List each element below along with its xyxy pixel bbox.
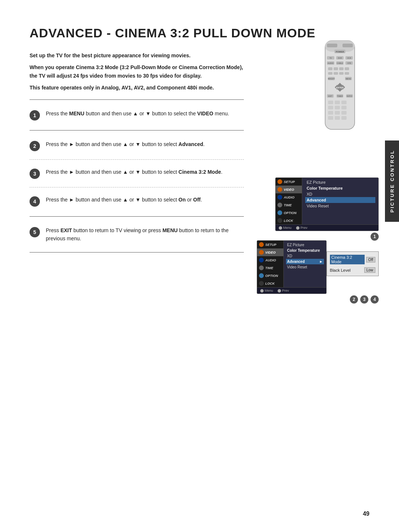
svg-text:POWER: POWER xyxy=(336,51,344,53)
intro-para1: Set up the TV for the best picture appea… xyxy=(30,51,244,60)
menu2-right-ct: Color Temperature xyxy=(286,248,324,253)
divider-2 xyxy=(30,159,244,160)
svg-rect-25 xyxy=(345,72,349,75)
svg-text:VCR: VCR xyxy=(347,57,351,59)
divider-5 xyxy=(30,252,244,253)
svg-rect-44 xyxy=(341,101,347,104)
step-row-5: 5 Press EXIT button to return to TV view… xyxy=(30,223,244,246)
sub-cinema-mode-value: Off xyxy=(366,257,375,262)
menu2-left-audio: AUDIO xyxy=(265,258,276,262)
svg-text:CABLE: CABLE xyxy=(337,62,343,64)
svg-text:TV: TV xyxy=(330,57,332,59)
step-circle-3: 3 xyxy=(30,169,40,179)
svg-rect-43 xyxy=(335,101,340,104)
menu2-right-vr: Video Reset xyxy=(286,264,324,270)
remote-svg: POWER TV DVR VCR AUDIO CABLE STB xyxy=(316,37,364,133)
step-row-2: 2 Press the ► button and then use ▲ or ▼… xyxy=(30,137,244,154)
page-number: 49 xyxy=(363,511,369,517)
svg-rect-45 xyxy=(328,106,333,109)
menu1-right-ez: EZ Picture xyxy=(305,179,375,185)
step-row-4: 4 Press the ► button and then use ▲ or ▼… xyxy=(30,193,244,210)
menu2-left-lock: LOCK xyxy=(265,282,275,285)
step-row-1: 1 Press the MENU button and then use ▲ o… xyxy=(30,106,244,123)
page-container: PICTURE CONTROL ADVANCED - CINEMA 3:2 PU… xyxy=(0,0,399,532)
sub-cinema-mode-label: Cinema 3:2 Mode xyxy=(330,255,365,264)
menu2-left-option: OPTION xyxy=(265,274,278,278)
badge-3: 3 xyxy=(360,295,368,304)
side-tab-text: PICTURE CONTROL xyxy=(389,150,395,213)
sub-black-level-label: Black Level xyxy=(330,268,351,272)
remote-illustration: POWER TV DVR VCR AUDIO CABLE STB xyxy=(316,37,364,135)
menu1-left-time: TIME xyxy=(284,203,292,207)
svg-rect-21 xyxy=(345,67,349,70)
menu-screen-2-container: SETUP VIDEO AUDIO TIME xyxy=(257,240,379,304)
step-text-5: Press EXIT button to return to TV viewin… xyxy=(46,226,244,243)
sub-panel: Cinema 3:2 Mode Off Black Level Low xyxy=(327,251,379,276)
svg-rect-49 xyxy=(335,111,340,115)
menu2-right-ez: EZ Picture xyxy=(286,242,324,248)
svg-text:DVR: DVR xyxy=(338,57,342,59)
svg-rect-53 xyxy=(341,116,347,120)
menu1-right-vr: Video Reset xyxy=(305,203,375,209)
svg-rect-42 xyxy=(328,101,333,104)
svg-text:ENTER: ENTER xyxy=(336,87,344,89)
divider-top xyxy=(30,99,244,100)
menu2-left-setup: SETUP xyxy=(265,243,276,247)
step-text-3: Press the ► button and then use ▲ or ▼ b… xyxy=(46,168,244,176)
menu1-right-advanced: Advanced xyxy=(305,197,375,203)
step-row-3: 3 Press the ► button and then use ▲ or ▼… xyxy=(30,165,244,182)
intro-block: Set up the TV for the best picture appea… xyxy=(30,51,244,92)
step-circle-4: 4 xyxy=(30,196,40,207)
badge-1: 1 xyxy=(371,233,379,241)
side-tab: PICTURE CONTROL xyxy=(385,140,399,222)
svg-rect-24 xyxy=(339,72,344,75)
menu2-arrow: ► xyxy=(319,260,323,264)
intro-para2: When you operate Cinema 3:2 Mode (3:2 Pu… xyxy=(30,63,244,80)
step-text-2: Press the ► button and then use ▲ or ▼ b… xyxy=(46,140,244,148)
svg-rect-46 xyxy=(335,106,340,109)
badge-2: 2 xyxy=(350,295,358,304)
menu1-left-option: OPTION xyxy=(284,211,297,215)
svg-rect-23 xyxy=(334,72,338,75)
menu2-footer-prev: ⬤ Prev xyxy=(277,289,289,292)
svg-text:BRIGHT: BRIGHT xyxy=(328,78,335,80)
menu1-left-setup: SETUP xyxy=(284,180,295,184)
step-circle-1: 1 xyxy=(30,110,40,121)
step-circle-5: 5 xyxy=(30,227,40,237)
menu2-footer-menu: ⬤ Menu xyxy=(260,289,273,292)
svg-rect-3 xyxy=(342,44,353,47)
svg-rect-18 xyxy=(328,67,332,70)
menu2-right-advanced: Advanced xyxy=(287,260,305,264)
menu1-right-xd: XD xyxy=(305,191,375,197)
divider-3 xyxy=(30,187,244,187)
svg-text:MENU: MENU xyxy=(346,78,351,80)
menu1-right-ct: Color Temperature xyxy=(305,185,375,191)
divider-4 xyxy=(30,216,244,217)
svg-text:EXIT: EXIT xyxy=(328,95,332,97)
svg-text:TIMER: TIMER xyxy=(337,95,343,97)
menu2-right-xd: XD xyxy=(286,253,324,259)
svg-rect-52 xyxy=(335,116,340,120)
svg-rect-19 xyxy=(334,67,338,70)
menu-screen-1-container: SETUP VIDEO AUDIO TIME xyxy=(275,177,379,241)
menu1-left-lock: LOCK xyxy=(284,219,293,223)
svg-rect-48 xyxy=(328,111,333,115)
menu1-left-audio: AUDIO xyxy=(284,196,294,199)
menu1-footer-menu: ⬤ Menu xyxy=(279,226,291,230)
svg-rect-51 xyxy=(328,116,333,120)
step-text-1: Press the MENU button and then use ▲ or … xyxy=(46,109,244,118)
intro-para3: This feature operates only in Analog, AV… xyxy=(30,84,244,92)
badge-4: 4 xyxy=(371,295,379,304)
svg-rect-47 xyxy=(341,106,347,109)
steps-area: 1 Press the MENU button and then use ▲ o… xyxy=(30,106,244,253)
menu1-left-video: VIDEO xyxy=(284,188,294,192)
svg-text:RATIO: RATIO xyxy=(347,95,352,97)
menu2-left-video: VIDEO xyxy=(265,251,276,254)
svg-rect-20 xyxy=(339,67,344,70)
step-circle-2: 2 xyxy=(30,141,40,151)
svg-rect-50 xyxy=(341,111,347,115)
svg-rect-2 xyxy=(327,44,337,47)
step-text-4: Press the ► button and then use ▲ or ▼ b… xyxy=(46,196,244,204)
menu1-footer-prev: ⬤ Prev xyxy=(296,226,307,230)
svg-text:AUDIO: AUDIO xyxy=(328,62,334,64)
